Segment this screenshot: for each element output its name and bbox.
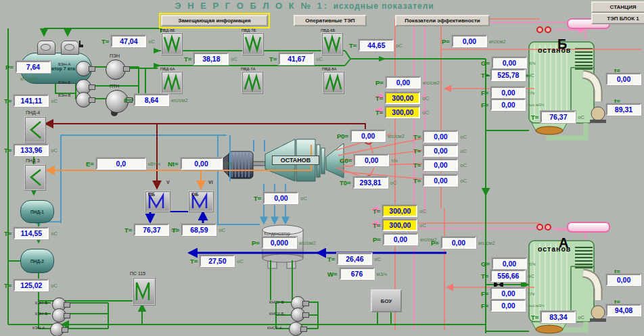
t-pnd1-readout: T=114,55оС	[4, 227, 58, 239]
g-b-value: 0,00	[492, 57, 527, 69]
ben-v-label: БЭН-В	[58, 93, 71, 97]
t-ext1-value: 0,00	[423, 130, 458, 143]
t-hot-b2-unit: оС	[422, 110, 429, 116]
f-a1-value: 0,00	[490, 287, 526, 299]
t-gas-a2-value: 94,08	[606, 304, 641, 316]
t-fw-a-value: 38,18	[193, 53, 229, 65]
f1-boiler-a-readout: F=0,00т/ч	[481, 287, 534, 299]
g-b-tag: G=	[481, 59, 490, 67]
ken-b-pump	[52, 308, 66, 322]
deaerator-safety-valve-1	[37, 41, 55, 55]
t-fw-c-tag: T=	[349, 42, 356, 49]
t-b-tag: T=	[481, 72, 488, 79]
t-ext1-unit: оС	[460, 134, 467, 140]
e-meter-tag: E=	[86, 160, 94, 168]
p-cond-tag: P=	[252, 239, 260, 247]
t-a-unit: оС	[528, 273, 534, 279]
p-hot-b-unit: кгс/см2	[423, 80, 440, 86]
t-hot-a1-value: 300,00	[382, 205, 417, 217]
t-pnd4-unit: оС	[51, 98, 58, 104]
t-hot-b1-unit: оС	[422, 95, 429, 101]
t-gas-b1-value: 0,00	[606, 73, 641, 85]
g-a-value: 0,00	[492, 258, 527, 270]
t-fw-a-unit: оС	[231, 56, 237, 62]
p-cond-value: 0,000	[262, 237, 297, 249]
knsu-b-label: КНСУ-Б	[269, 312, 284, 316]
boiler-a-status: останов	[538, 245, 571, 253]
ken-v-label: КЭН-В	[35, 301, 47, 305]
t-cw-out-readout: T=27,50оС	[190, 255, 244, 267]
f-a1-tag: F=	[481, 290, 488, 297]
t-fw-b-value: 41,67	[279, 53, 314, 65]
t-a-air-tag: T=	[531, 314, 538, 321]
t-pnd2-unit: оС	[51, 283, 58, 289]
t-cw-in-value: 26,46	[337, 253, 372, 265]
t-pb-readout: T=76,37оС	[124, 224, 178, 236]
t-pnd1-unit: оС	[51, 231, 58, 237]
pvd8b-label: ПВД-8Б	[160, 28, 175, 32]
t-ob-unit: оС	[218, 227, 225, 233]
t-hot-b1-readout: T=300,00оС	[375, 92, 429, 104]
p-hot-b-readout: P=0,00кгс/см2	[375, 76, 440, 89]
t-fw-c-value: 44,65	[359, 39, 394, 51]
p-feedwater-readout: P=0,00кгс/см2	[442, 35, 506, 47]
pen-pump	[106, 59, 126, 80]
knsu-a-pump	[289, 322, 303, 336]
knsu-a-label: КНСУ-А	[267, 326, 282, 330]
t-pnd4-tag: T=	[4, 97, 12, 105]
pnd2-vessel: ПНД-2	[20, 249, 54, 273]
t-hot-b1-tag: T=	[375, 95, 383, 102]
t-feedwater-c-readout: T=44,65оС	[349, 39, 402, 51]
f-b1-unit: т/ч	[528, 90, 534, 96]
turbine-status: ОСТАНОВ	[272, 155, 319, 165]
t-a-tag: T=	[481, 272, 488, 280]
p-deaerator-unit: кгс/см2	[20, 76, 37, 82]
p-fw-a-value: 0,00	[441, 237, 476, 249]
t-hot-a2-value: 300,00	[382, 219, 417, 231]
page-title-main: Э Н Е Р Г О Б Л О К № 1:	[175, 1, 329, 11]
pvd6b-label: ПВД-6Б	[321, 28, 336, 32]
p0-readout: P0=0,00кгс/см2	[337, 130, 405, 142]
steam-header-a	[567, 222, 610, 233]
efficiency-button[interactable]: Показатели эффективности	[395, 15, 490, 26]
t-deaerator-readout: T=47,04оС	[101, 35, 155, 47]
t-hot-a1-unit: оС	[419, 208, 426, 214]
oper-tep-button[interactable]: Оперативные ТЭП	[294, 15, 367, 26]
g-a-tag: G=	[481, 260, 490, 268]
replace-info-button[interactable]: Замещающая информация	[161, 15, 268, 26]
t-pnd2-readout: T=125,02оС	[4, 279, 58, 291]
nt-meter-value: 0,00	[181, 158, 223, 170]
t0-value: 293,81	[353, 176, 388, 189]
e-meter-unit: кВт*ч	[148, 161, 160, 167]
e-meter-value: 0,0	[96, 158, 146, 170]
t-ob-value: 68,59	[181, 224, 216, 236]
p-hot-b-tag: P=	[375, 79, 384, 87]
t-b-value: 525,78	[490, 69, 526, 81]
p0-value: 0,00	[350, 130, 386, 142]
f-b2-unit: тыс.м3/ч	[528, 103, 544, 107]
t-fw-a-tag: T=	[184, 55, 191, 63]
t-ext3-tag: T=	[413, 162, 421, 169]
p0-tag: P0=	[337, 133, 348, 140]
f-b2-tag: F=	[481, 101, 488, 109]
t-hot-b1-value: 300,00	[385, 92, 420, 104]
t-gas-b2-value: 89,31	[606, 103, 641, 116]
station-button[interactable]: СТАНЦИЯ	[591, 1, 644, 13]
t-hot-a2-tag: T=	[373, 222, 380, 229]
f-a2-value: 0,00	[490, 299, 526, 312]
extraction-v-label: V	[166, 180, 170, 185]
t-pnd4-readout: T=141,11оС	[4, 95, 58, 107]
heater-pvd8b	[161, 32, 183, 55]
f-b2-value: 0,00	[490, 99, 526, 111]
pen-label: ПЭН	[110, 53, 120, 58]
t-pb-tag: T=	[124, 226, 132, 234]
t-deaerator-unit: оС	[148, 39, 155, 45]
t-ext2-readout: T=0,00оС	[413, 145, 467, 157]
p-deaerator-value: 7,64	[16, 61, 51, 73]
g0-unit: т/ч	[391, 158, 397, 164]
t-hot-a2-unit: оС	[419, 222, 426, 229]
tep-block-button[interactable]: ТЭП БЛОК 1	[591, 13, 644, 24]
pvd7a-label: ПВД-7А	[241, 67, 256, 71]
p-ptn-unit: кгс/см2	[171, 97, 188, 103]
t-fw-c-unit: оС	[396, 43, 402, 49]
